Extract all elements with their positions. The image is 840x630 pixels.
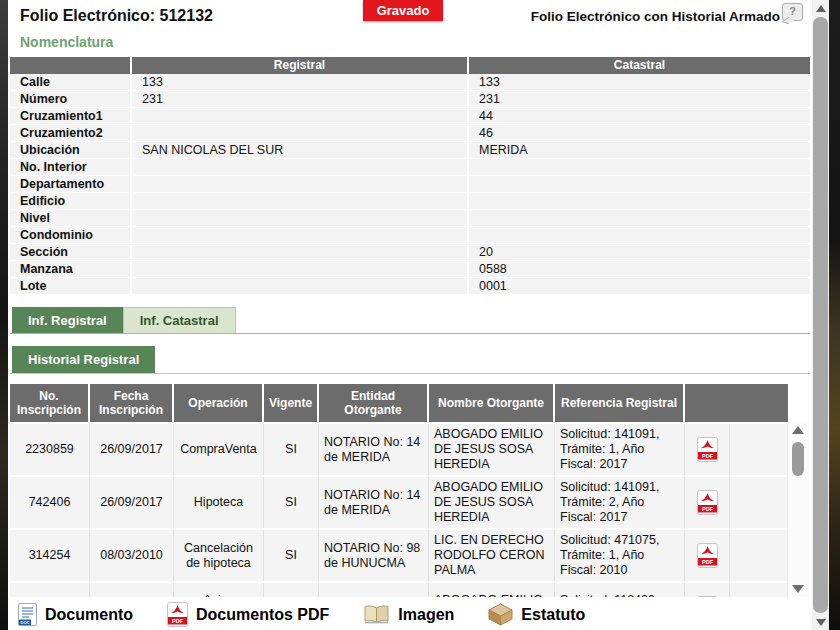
page-scrollbar[interactable] xyxy=(812,0,829,630)
historial-row: 219706708/08/2017Aviso DefinitivoNONOTAR… xyxy=(10,581,808,597)
pdf-file-icon[interactable]: PDF xyxy=(697,596,718,598)
historial-cell-referencia: Solicitud: 141091, Trámite: 1, Año Fisca… xyxy=(555,424,685,475)
historial-cell-no_inscripcion: 2230859 xyxy=(10,424,90,475)
historial-cell-fecha: 08/03/2010 xyxy=(90,530,174,581)
gravado-status-badge[interactable]: Gravado xyxy=(363,0,443,21)
tab-inf-registral[interactable]: Inf. Registral xyxy=(12,307,123,333)
historial-cell-document: PDF xyxy=(685,583,730,597)
registry-page: Folio Electrónico: 512132 Gravado Folio … xyxy=(0,0,840,630)
footer-action-documentos-pdf[interactable]: PDFDocumentos PDF xyxy=(167,602,329,627)
historial-row: 74240626/09/2017HipotecaSINOTARIO No: 14… xyxy=(10,475,808,528)
historial-cell-no_inscripcion: 2197067 xyxy=(10,583,90,597)
nomenclatura-row: Nivel xyxy=(10,210,810,227)
nomenclatura-row: Cruzamiento246 xyxy=(10,125,810,142)
historial-cell-nombre: ABOGADO EMILIO DE JESUS SOSA HEREDIA xyxy=(429,477,555,528)
nomenclatura-section-title: Nomenclatura xyxy=(20,34,113,50)
historial-column-header: Entidad Otorgante xyxy=(319,384,429,422)
nomenclatura-cell-label: Ubicación xyxy=(10,142,130,158)
nomenclatura-cell-registral xyxy=(130,244,467,260)
footer-action-label: Documento xyxy=(45,606,133,624)
historial-cell-no_inscripcion: 314254 xyxy=(10,530,90,581)
svg-text:PDF: PDF xyxy=(702,559,714,565)
document-icon: DOC xyxy=(18,603,37,626)
historial-table-header: No. InscripciónFecha InscripciónOperació… xyxy=(10,384,808,422)
scroll-up-icon[interactable] xyxy=(792,426,804,434)
pdf-file-icon[interactable]: PDF xyxy=(697,543,718,568)
historial-cell-operacion: Cancelación de hipoteca xyxy=(174,530,264,581)
nomenclatura-row: Calle133133 xyxy=(10,74,810,91)
nomenclatura-cell-catastral: 46 xyxy=(467,125,810,141)
help-icon[interactable]: ? xyxy=(782,3,803,21)
nomenclatura-cell-registral xyxy=(130,193,467,209)
footer-action-estatuto[interactable]: Estatuto xyxy=(488,603,585,626)
historial-cell-nombre: ABOGADO EMILIO DE JESUS SOSA HEREDIA xyxy=(429,424,555,475)
page-scroll-down-icon[interactable] xyxy=(812,614,829,630)
nomenclatura-header-registral: Registral xyxy=(130,57,467,74)
historial-cell-document: PDF xyxy=(685,530,730,581)
nomenclatura-cell-label: No. Interior xyxy=(10,159,130,175)
nomenclatura-header-catastral: Catastral xyxy=(467,57,810,74)
nomenclatura-cell-label: Nivel xyxy=(10,210,130,226)
nomenclatura-cell-registral xyxy=(130,278,467,294)
historial-cell-operacion: Hipoteca xyxy=(174,477,264,528)
scroll-down-icon[interactable] xyxy=(792,585,804,593)
historial-cell-entidad: NOTARIO No: 14 de MERIDA xyxy=(319,424,429,475)
historial-cell-referencia: Solicitud: 112429, Trámite: 1, Año xyxy=(555,583,685,597)
nomenclatura-cell-registral xyxy=(130,159,467,175)
historial-cell-document: PDF xyxy=(685,477,730,528)
background-page-left-edge xyxy=(0,0,8,630)
historial-cell-referencia: Solicitud: 471075, Trámite: 1, Año Fisca… xyxy=(555,530,685,581)
nomenclatura-cell-label: Calle xyxy=(10,74,130,90)
footer-action-label: Imagen xyxy=(398,606,454,624)
nomenclatura-cell-label: Cruzamiento2 xyxy=(10,125,130,141)
historial-armado-title: Folio Electrónico con Historial Armado xyxy=(531,9,780,24)
pdf-file-icon[interactable]: PDF xyxy=(697,437,718,462)
historial-column-header: Nombre Otorgante xyxy=(429,384,555,422)
historial-row: 223085926/09/2017CompraVentaSINOTARIO No… xyxy=(10,422,808,475)
historial-scrollbar[interactable] xyxy=(787,422,808,597)
footer-action-documento[interactable]: DOCDocumento xyxy=(18,603,133,626)
historial-cell-vigente: SI xyxy=(264,530,319,581)
footer-action-label: Documentos PDF xyxy=(196,606,329,624)
nomenclatura-cell-label: Lote xyxy=(10,278,130,294)
nomenclatura-cell-label: Sección xyxy=(10,244,130,260)
nomenclatura-cell-catastral xyxy=(467,159,810,175)
footer-action-label: Estatuto xyxy=(521,606,585,624)
historial-cell-fecha: 26/09/2017 xyxy=(90,424,174,475)
nomenclatura-cell-registral xyxy=(130,176,467,192)
nomenclatura-cell-catastral xyxy=(467,176,810,192)
pdf-file-icon[interactable]: PDF xyxy=(697,490,718,515)
nomenclatura-cell-label: Edificio xyxy=(10,193,130,209)
historial-column-header: Referencia Registral xyxy=(555,384,685,422)
page-scrollbar-thumb[interactable] xyxy=(813,17,828,613)
historial-cell-vigente: SI xyxy=(264,424,319,475)
tab-inf-catastral[interactable]: Inf. Catastral xyxy=(123,307,236,333)
historial-cell-empty xyxy=(730,477,788,528)
historial-cell-empty xyxy=(730,530,788,581)
historial-scrollbar-thumb[interactable] xyxy=(792,442,804,476)
historial-cell-operacion: CompraVenta xyxy=(174,424,264,475)
tab-historial-registral[interactable]: Historial Registral xyxy=(12,346,155,373)
historial-cell-operacion: Aviso Definitivo xyxy=(174,583,264,597)
nomenclatura-cell-registral xyxy=(130,108,467,124)
nomenclatura-cell-registral xyxy=(130,125,467,141)
nomenclatura-cell-label: Departamento xyxy=(10,176,130,192)
historial-table: No. InscripciónFecha InscripciónOperació… xyxy=(10,384,808,597)
historial-column-header: Vigente xyxy=(264,384,319,422)
nomenclatura-cell-catastral: 44 xyxy=(467,108,810,124)
nomenclatura-cell-catastral xyxy=(467,210,810,226)
nomenclatura-cell-registral: SAN NICOLAS DEL SUR xyxy=(130,142,467,158)
footer-action-imagen[interactable]: Imagen xyxy=(363,604,454,626)
page-scroll-up-icon[interactable] xyxy=(812,0,829,16)
historial-cell-entidad: NOTARIO No: 14 de MERIDA xyxy=(319,477,429,528)
nomenclatura-cell-catastral: 0001 xyxy=(467,278,810,294)
historial-column-header xyxy=(685,384,788,422)
historial-table-body: 223085926/09/2017CompraVentaSINOTARIO No… xyxy=(10,422,808,597)
nomenclatura-cell-catastral: 0588 xyxy=(467,261,810,277)
nomenclatura-row: Departamento xyxy=(10,176,810,193)
historial-cell-fecha: 26/09/2017 xyxy=(90,477,174,528)
background-page-right-edge xyxy=(829,0,840,630)
svg-text:PDF: PDF xyxy=(702,506,714,512)
historial-column-header: Fecha Inscripción xyxy=(90,384,174,422)
nomenclatura-cell-catastral: 133 xyxy=(467,74,810,90)
